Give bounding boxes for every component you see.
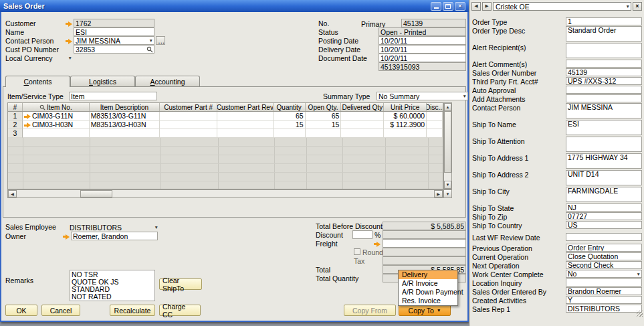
panel-field-value[interactable]: US [566,221,642,229]
item-no-cell[interactable]: CIM03-H03N [23,120,90,129]
panel-prev-button[interactable]: ◀ [471,2,481,11]
panel-field-combo[interactable]: No▼ [566,270,642,278]
link-arrow-icon[interactable] [63,234,70,240]
col-header-customer-part[interactable]: Customer Part # [160,103,217,111]
panel-field-value[interactable]: 1775 HIGHWAY 34 [566,153,642,169]
item-no-cell[interactable] [23,129,90,138]
panel-field-value[interactable] [566,60,642,68]
rounding-checkbox[interactable] [354,248,360,255]
owner-field[interactable]: Roemer, Brandon [71,232,158,240]
horizontal-scroll-thumb[interactable] [80,190,112,197]
panel-field-value[interactable]: DISTRIBUTORS [566,305,642,313]
contact-person-combo[interactable]: JIM MESSINA ▼ [74,36,154,45]
title-bar[interactable]: Sales Order × [0,0,469,12]
link-arrow-icon[interactable] [374,241,381,247]
panel-field-value[interactable]: JIM MESSINA [566,103,642,118]
customer-part-cell[interactable] [160,129,217,138]
row-number[interactable]: 1 [8,112,23,120]
search-icon[interactable] [146,46,153,53]
panel-field-value[interactable]: ESI [566,120,642,135]
vertical-scrollbar[interactable]: ▲ ▼ [443,102,452,189]
remarks-field[interactable]: NO TSR QUOTE OK JS STANDARD NOT RATED [70,270,155,301]
sales-employee-combo[interactable]: DISTRIBUTORS ▼ [70,223,158,232]
col-header-description[interactable]: Item Description [90,103,160,111]
panel-field-value[interactable] [566,137,642,152]
delivered-qty-cell[interactable] [341,120,384,129]
menu-item-res-invoice[interactable]: Res. Invoice [399,297,457,305]
item-no-cell[interactable]: CIM03-G11N [23,112,90,120]
unit-price-cell[interactable]: $ 112.3900 [384,120,427,129]
item-service-type-combo[interactable]: Item [69,92,157,100]
copy-to-button[interactable]: Copy To ▼ [399,305,451,316]
contact-detail-button[interactable]: … [156,36,165,45]
panel-field-value[interactable] [566,278,642,287]
panel-close-button[interactable]: × [633,2,642,11]
panel-field-value[interactable]: UNIT D14 [566,170,642,185]
quantity-cell[interactable] [274,129,306,138]
scroll-down-button[interactable]: ▼ [444,181,451,189]
panel-field-value[interactable]: Standard Order [566,26,642,42]
panel-field-value[interactable]: UPS #XXS-312 [566,77,642,85]
col-header-open-qty[interactable]: Open Qty. [306,103,342,111]
tab-logistics[interactable]: Logistics [70,76,135,86]
scroll-right-button[interactable]: ▶ [434,190,443,197]
open-qty-cell[interactable] [306,129,342,138]
col-header-delivered-qty[interactable]: Delivered Qty [341,103,384,111]
col-header-item-no[interactable]: Item No. [23,103,90,111]
panel-field-value[interactable] [566,94,642,102]
panel-field-value[interactable]: 45139 [566,68,642,76]
col-header-unit-price[interactable]: Unit Price [384,103,427,111]
customer-part-rev-cell[interactable] [217,112,274,120]
row-number[interactable]: 2 [8,120,23,129]
freight-field[interactable] [383,239,466,248]
maximize-button[interactable] [443,2,453,11]
customer-part-rev-cell[interactable] [217,129,274,138]
summary-type-combo[interactable]: No Summary ▼ [377,92,468,100]
close-button[interactable]: × [455,2,465,11]
panel-field-value[interactable]: NJ [566,203,642,212]
link-arrow-icon[interactable] [24,123,31,129]
horizontal-scrollbar[interactable]: ◀ ▶ [7,189,443,198]
discount-percent-field[interactable] [352,230,372,239]
quantity-cell[interactable]: 15 [274,120,306,129]
tab-accounting[interactable]: Accounting [135,76,200,86]
customer-field[interactable]: 1762 [74,19,154,27]
description-cell[interactable] [90,129,160,138]
panel-field-value[interactable]: 07727 [566,212,642,220]
panel-field-value[interactable] [566,43,642,58]
currency-combo[interactable]: Local Currency ▼ [5,54,72,62]
cancel-button[interactable]: Cancel [41,305,80,316]
menu-item-delivery[interactable]: Delivery [399,270,457,279]
open-qty-cell[interactable]: 65 [306,112,342,120]
menu-item-ar-down-payment[interactable]: A/R Down Payment [399,288,457,297]
panel-field-value[interactable]: Second Check [566,261,642,269]
delivery-date-field[interactable]: 10/20/11 [379,45,466,54]
tab-contents[interactable]: Contents [5,76,70,87]
panel-field-value[interactable]: 1 [566,17,642,25]
col-header-discount[interactable]: Disc... [427,103,443,111]
col-header-rownum[interactable]: # [8,103,23,111]
cust-po-field[interactable]: 32853 [74,45,154,54]
description-cell[interactable]: M83513/03-G11N [90,112,160,120]
vertical-scroll-thumb[interactable] [444,111,451,173]
discount-cell[interactable] [427,120,443,129]
link-arrow-icon[interactable] [66,21,72,27]
copy-from-button[interactable]: Copy From [344,305,396,316]
link-arrow-icon[interactable] [66,38,72,44]
posting-date-field[interactable]: 10/20/11 [379,36,466,45]
panel-category-combo[interactable]: Cristek OE ▼ [493,2,631,11]
quantity-cell[interactable]: 65 [274,112,306,120]
panel-field-value[interactable]: FARMINGDALE [566,187,642,202]
grid-scroll-down-button[interactable]: ▼ [443,189,452,198]
panel-field-value[interactable]: Close Quotation [566,252,642,260]
ok-button[interactable]: OK [5,305,37,316]
customer-part-cell[interactable] [160,120,217,129]
recalculate-button[interactable]: Recalculate [110,305,155,316]
panel-field-value[interactable]: Y [566,296,642,304]
open-qty-cell[interactable]: 15 [306,120,342,129]
scroll-up-button[interactable]: ▲ [444,103,451,111]
customer-part-cell[interactable] [160,112,217,120]
chevron-down-icon[interactable]: ▼ [149,37,153,45]
menu-item-ar-invoice[interactable]: A/R Invoice [399,279,457,288]
discount-cell[interactable] [427,112,443,120]
